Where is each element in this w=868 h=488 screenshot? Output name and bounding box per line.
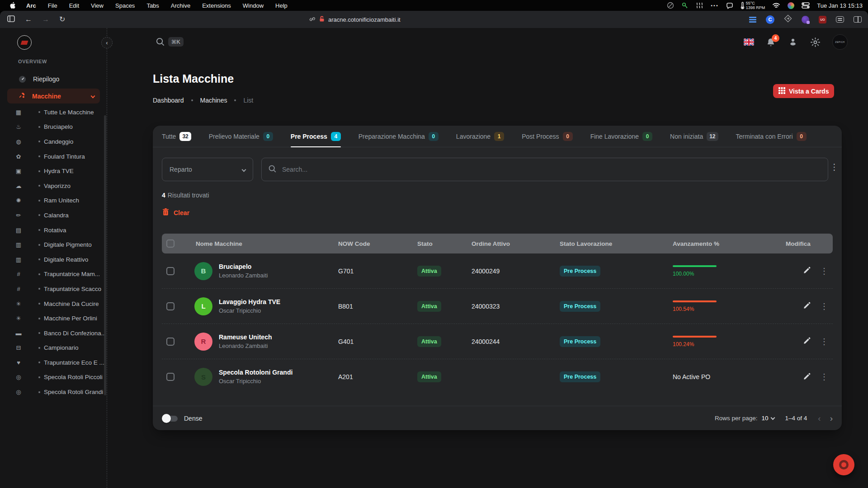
password-extension-icon[interactable]: [836, 16, 844, 23]
table-menu-dots-icon[interactable]: ⋮: [830, 162, 839, 172]
shape-status-icon[interactable]: [726, 2, 733, 9]
sidebar-item-banco-di-confeziona[interactable]: ▬Banco Di Confeziona...: [0, 326, 107, 341]
table-row-lavaggio-hydra-tve[interactable]: LLavaggio Hydra TVEOscar TripicchioB801A…: [162, 289, 833, 324]
user-avatar[interactable]: ZEPICH: [832, 34, 848, 50]
forward-button[interactable]: →: [42, 16, 49, 23]
breadcrumb-dashboard[interactable]: Dashboard: [153, 97, 184, 104]
back-button[interactable]: ←: [25, 16, 32, 23]
sidebar-item-campionario[interactable]: ⊟Campionario: [0, 341, 107, 356]
sidebar-scrollbar[interactable]: [104, 115, 106, 395]
edit-pencil-icon[interactable]: [803, 372, 811, 382]
row-checkbox[interactable]: [166, 338, 175, 346]
tab-post-process[interactable]: Post Process0: [522, 126, 572, 147]
list-extension-icon[interactable]: [749, 17, 756, 23]
tab-lavorazione[interactable]: Lavorazione1: [456, 126, 504, 147]
table-row-rameuse-unitech[interactable]: RRameuse UnitechLeonardo ZambaitiG401Att…: [162, 324, 833, 359]
contacts-button[interactable]: [788, 37, 798, 47]
sidebar-toggle-icon[interactable]: [7, 15, 15, 24]
sidebar-item-macchine-per-orlini[interactable]: ✳Macchine Per Orlini: [0, 311, 107, 326]
wifi-status-icon[interactable]: [772, 3, 780, 9]
row-menu-dots-icon[interactable]: ⋮: [820, 266, 828, 276]
address-bar[interactable]: aracne.cotonificiozambaiti.it: [309, 11, 401, 28]
menu-spaces[interactable]: Spaces: [115, 2, 135, 9]
sidebar-item-specola-rotoli-piccoli[interactable]: ◎Specola Rotoli Piccoli: [0, 370, 107, 385]
tab-prelievo-materiale[interactable]: Prelievo Materiale0: [209, 126, 273, 147]
pagination-prev-button[interactable]: ‹: [818, 413, 821, 423]
tab-preparazione-macchina[interactable]: Preparazione Macchina0: [359, 126, 439, 147]
row-checkbox[interactable]: [166, 302, 175, 310]
settings-gear-button[interactable]: [810, 37, 821, 47]
edit-pencil-icon[interactable]: [803, 337, 811, 346]
sidebar-item-calandra[interactable]: ✏Calandra: [0, 208, 107, 223]
row-menu-dots-icon[interactable]: ⋮: [820, 337, 828, 347]
compass-status-icon[interactable]: [667, 2, 674, 9]
menu-help[interactable]: Help: [275, 2, 288, 9]
table-row-specola-rotoloni-grandi[interactable]: SSpecola Rotoloni GrandiOscar Tripicchio…: [162, 359, 833, 394]
notifications-button[interactable]: 4: [766, 37, 776, 47]
rainbow-app-status-icon[interactable]: [788, 2, 794, 9]
menu-archive[interactable]: Archive: [171, 2, 190, 9]
c-extension-icon[interactable]: C: [766, 15, 774, 24]
row-menu-dots-icon[interactable]: ⋮: [820, 372, 828, 382]
clear-filters-button[interactable]: Clear: [162, 208, 189, 217]
edit-pencil-icon[interactable]: [803, 301, 811, 311]
sidebar-item-tutte-le-macchine[interactable]: ▦Tutte Le Macchine: [0, 105, 107, 120]
menu-file[interactable]: File: [48, 2, 57, 9]
purple-extension-icon[interactable]: [802, 16, 809, 23]
sidebar-item-digitale-pigmento[interactable]: ▥Digitale Pigmento: [0, 237, 107, 252]
language-flag-button[interactable]: [744, 38, 754, 46]
menu-arc[interactable]: Arc: [26, 2, 36, 9]
row-checkbox[interactable]: [166, 267, 175, 275]
menu-extensions[interactable]: Extensions: [202, 2, 231, 9]
sidebar-item-ram-unitech[interactable]: ✺Ram Unitech: [0, 193, 107, 208]
sidebar-collapse-button[interactable]: ‹: [101, 37, 113, 48]
fan-status-icon[interactable]: [696, 2, 703, 9]
tab-fine-lavorazione[interactable]: Fine Lavorazione0: [590, 126, 652, 147]
sidebar-item-bruciapelo[interactable]: ♨Bruciapelo: [0, 120, 107, 135]
apple-menu-icon[interactable]: [9, 2, 15, 9]
tab-tutte[interactable]: Tutte32: [162, 126, 191, 147]
row-menu-dots-icon[interactable]: ⋮: [820, 301, 828, 311]
sidebar-item-vaporizzo[interactable]: ☁Vaporizzo: [0, 178, 107, 193]
reparto-select[interactable]: Reparto: [162, 158, 253, 181]
more-status-icon[interactable]: •••: [711, 3, 719, 8]
sidebar-item-hydra-tve[interactable]: ▣Hydra TVE: [0, 164, 107, 178]
company-logo[interactable]: [17, 35, 32, 50]
sidebar-item-trapuntatrice-scacco[interactable]: #Trapuntatrice Scacco: [0, 282, 107, 296]
key-status-icon[interactable]: [681, 2, 689, 9]
search-input[interactable]: [281, 165, 821, 174]
cards-view-button[interactable]: Vista a Cards: [773, 84, 834, 98]
menu-tabs[interactable]: Tabs: [146, 2, 159, 9]
sidebar-item-rotativa[interactable]: ▤Rotativa: [0, 223, 107, 238]
sidebar-item-trapuntatrice-eco-e[interactable]: ♥Trapuntatrice Eco E ...: [0, 355, 107, 370]
sidebar-item-macchine-da-cucire[interactable]: ✳Macchine Da Cucire: [0, 296, 107, 311]
sidebar-item-macchine[interactable]: Macchine: [7, 89, 100, 103]
select-all-checkbox[interactable]: [166, 239, 175, 248]
temperature-status[interactable]: 55°C 1398 RPM: [741, 1, 765, 10]
menubar-clock[interactable]: Tue Jan 13 15:13: [817, 2, 863, 9]
edit-pencil-icon[interactable]: [803, 266, 811, 276]
tab-pre-process[interactable]: Pre Process4: [291, 126, 341, 147]
tab-terminata-con-errori[interactable]: Terminata con Errori0: [736, 126, 807, 147]
sidebar-item-trapuntatrice-mam[interactable]: #Trapuntatrice Mam...: [0, 267, 107, 282]
menu-view[interactable]: View: [91, 2, 104, 9]
reload-button[interactable]: ↻: [59, 16, 65, 23]
switches-status-icon[interactable]: [802, 2, 810, 9]
ublock-extension-icon[interactable]: UO: [819, 16, 826, 23]
breadcrumb-machines[interactable]: Machines: [200, 97, 227, 104]
sidebar-item-specola-rotoli-grandi[interactable]: ◎Specola Rotoli Grandi: [0, 385, 107, 399]
sidebar-item-candeggio[interactable]: ◍Candeggio: [0, 134, 107, 149]
sidebar-item-foulard-tintura[interactable]: ✿Foulard Tintura: [0, 149, 107, 164]
pagination-next-button[interactable]: ›: [830, 413, 833, 423]
tab-non-iniziata[interactable]: Non iniziata12: [670, 126, 718, 147]
rows-per-page-select[interactable]: 10: [762, 415, 774, 422]
row-checkbox[interactable]: [166, 373, 175, 381]
table-row-bruciapelo[interactable]: BBruciapeloLeonardo ZambaitiG701Attiva24…: [162, 253, 833, 289]
table-search[interactable]: [261, 158, 828, 181]
split-view-icon[interactable]: [854, 16, 862, 23]
floating-action-button[interactable]: [833, 454, 854, 475]
menu-edit[interactable]: Edit: [69, 2, 79, 9]
menu-window[interactable]: Window: [243, 2, 264, 9]
sidebar-item-digitale-reattivo[interactable]: ▥Digitale Reattivo: [0, 252, 107, 267]
diamond-arrow-extension-icon[interactable]: [784, 14, 792, 24]
